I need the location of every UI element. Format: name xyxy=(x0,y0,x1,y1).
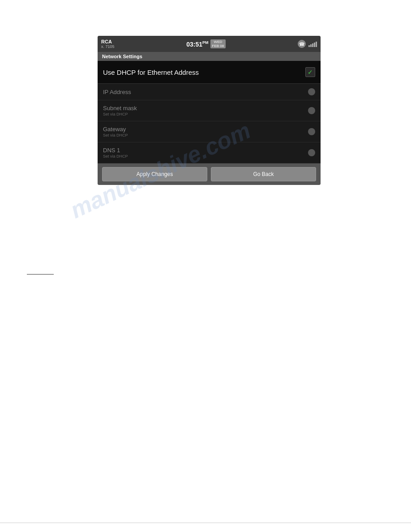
dns1-indicator xyxy=(308,149,315,156)
gateway-row[interactable]: Gateway Set via DHCP xyxy=(98,121,321,142)
checkmark-icon: ✓ xyxy=(308,69,313,76)
ip-address-label: IP Address xyxy=(103,89,131,95)
dhcp-checkbox[interactable]: ✓ xyxy=(305,67,315,77)
apply-changes-button[interactable]: Apply Changes xyxy=(102,167,207,181)
dhcp-row[interactable]: Use DHCP for Ethernet Address ✓ xyxy=(98,61,321,84)
status-day: WED xyxy=(214,40,223,44)
status-date: FEB 08 xyxy=(212,44,224,48)
status-ext-label: x. 7105 xyxy=(101,44,115,49)
dns1-row[interactable]: DNS 1 Set via DHCP xyxy=(98,142,321,163)
status-bar: RCA x. 7105 03:51PM WED FEB 08 ☎ xyxy=(98,36,321,52)
signal-icon xyxy=(308,41,317,47)
go-back-button[interactable]: Go Back xyxy=(211,167,316,181)
gateway-sublabel: Set via DHCP xyxy=(103,133,128,137)
subnet-mask-row[interactable]: Subnet mask Set via DHCP xyxy=(98,100,321,121)
dns1-sublabel: Set via DHCP xyxy=(103,154,128,159)
dns1-label: DNS 1 xyxy=(103,147,128,154)
status-rca-label: RCA xyxy=(101,39,115,44)
status-bar-right: ☎ xyxy=(298,40,317,48)
dhcp-label: Use DHCP for Ethernet Address xyxy=(103,69,199,76)
section-header: Network Settings xyxy=(98,52,321,61)
status-date-box: WED FEB 08 xyxy=(210,39,226,48)
subnet-mask-label: Subnet mask xyxy=(103,105,137,112)
status-bar-center: 03:51PM WED FEB 08 xyxy=(186,39,226,48)
status-time: 03:51PM xyxy=(186,40,208,48)
subnet-mask-sublabel: Set via DHCP xyxy=(103,112,137,116)
phone-icon: ☎ xyxy=(298,40,306,48)
gateway-label: Gateway xyxy=(103,126,128,133)
ip-address-row[interactable]: IP Address xyxy=(98,84,321,100)
section-header-label: Network Settings xyxy=(102,54,142,59)
bottom-line xyxy=(0,523,411,523)
status-bar-left: RCA x. 7105 xyxy=(101,39,115,49)
ip-address-indicator xyxy=(308,88,315,95)
buttons-row: Apply Changes Go Back xyxy=(98,163,321,185)
gateway-indicator xyxy=(308,128,315,135)
subnet-mask-indicator xyxy=(308,107,315,114)
small-underline xyxy=(27,274,54,275)
device-frame: RCA x. 7105 03:51PM WED FEB 08 ☎ Netwo xyxy=(98,36,321,185)
settings-content: Use DHCP for Ethernet Address ✓ IP Addre… xyxy=(98,61,321,163)
